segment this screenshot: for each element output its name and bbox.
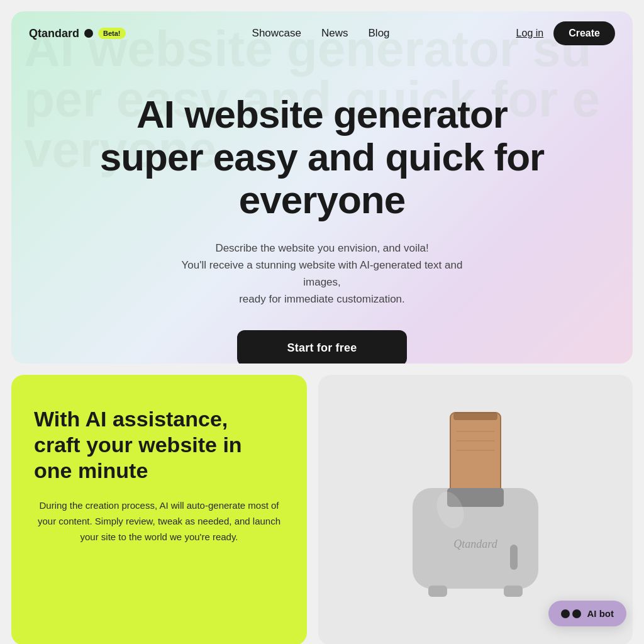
svg-rect-5 bbox=[453, 413, 497, 420]
hero-title: AI website generator super easy and quic… bbox=[36, 93, 608, 222]
cards-row: With AI assistance, craft your website i… bbox=[0, 375, 644, 644]
svg-rect-0 bbox=[450, 413, 501, 494]
navbar-actions: Log in Create bbox=[516, 21, 615, 45]
brand-dot-icon bbox=[84, 29, 93, 38]
beta-badge: Beta! bbox=[98, 28, 126, 39]
ai-bot-eye-left bbox=[561, 609, 570, 618]
nav-blog[interactable]: Blog bbox=[369, 27, 390, 40]
svg-text:Qtandard: Qtandard bbox=[453, 538, 497, 550]
card-left-title-line2: craft your website in bbox=[34, 433, 242, 457]
ai-bot-eye-right bbox=[572, 609, 581, 618]
hero-subtitle: Describe the website you envision, and v… bbox=[171, 240, 473, 308]
card-left-title: With AI assistance, craft your website i… bbox=[34, 406, 284, 483]
nav-news[interactable]: News bbox=[321, 27, 348, 40]
hero-subtitle-line2: You'll receive a stunning website with A… bbox=[182, 259, 463, 288]
hero-title-line2: super easy and quick for everyone bbox=[100, 135, 544, 221]
navbar-nav: Showcase News Blog bbox=[252, 27, 390, 40]
navbar: Qtandard Beta! Showcase News Blog Log in… bbox=[11, 11, 633, 55]
hero-section: Qtandard Beta! Showcase News Blog Log in… bbox=[11, 11, 633, 364]
nav-showcase[interactable]: Showcase bbox=[252, 27, 301, 40]
toaster-illustration: Qtandard bbox=[375, 406, 576, 644]
ai-bot-label: AI bot bbox=[587, 608, 614, 619]
brand: Qtandard Beta! bbox=[29, 27, 126, 40]
card-left-body: During the creation process, AI will aut… bbox=[34, 498, 284, 545]
card-left: With AI assistance, craft your website i… bbox=[11, 375, 307, 644]
card-left-title-line3: one minute bbox=[34, 458, 148, 482]
hero-content: AI website generator super easy and quic… bbox=[11, 55, 633, 364]
brand-name: Qtandard bbox=[29, 27, 79, 40]
create-button[interactable]: Create bbox=[553, 21, 615, 45]
ai-bot-widget[interactable]: AI bot bbox=[548, 601, 627, 626]
svg-rect-10 bbox=[428, 586, 447, 597]
card-left-title-line1: With AI assistance, bbox=[34, 407, 228, 431]
hero-subtitle-line1: Describe the website you envision, and v… bbox=[215, 242, 428, 254]
hero-subtitle-line3: ready for immediate customization. bbox=[239, 293, 405, 305]
svg-rect-11 bbox=[504, 586, 523, 597]
hero-title-line1: AI website generator bbox=[136, 92, 508, 136]
start-free-button[interactable]: Start for free bbox=[237, 330, 408, 364]
ai-bot-eyes bbox=[561, 609, 581, 618]
login-button[interactable]: Log in bbox=[516, 28, 544, 39]
svg-rect-9 bbox=[510, 545, 518, 570]
